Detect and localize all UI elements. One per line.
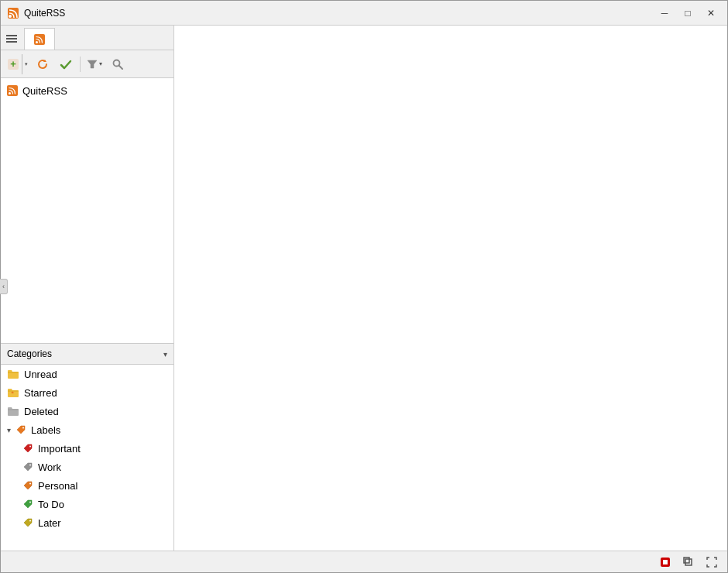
feed-label-quiterss: QuiteRSS [22, 85, 67, 97]
category-item-labels[interactable]: ▾ Labels [1, 420, 173, 439]
close-button[interactable]: ✕ [701, 3, 721, 23]
svg-rect-22 [684, 558, 689, 563]
check-icon [60, 58, 72, 70]
folder-starred-icon [7, 387, 19, 398]
main-area: + ▾ [1, 26, 727, 551]
svg-rect-10 [7, 85, 18, 96]
labels-icon [15, 424, 26, 435]
svg-point-15 [29, 465, 31, 466]
category-label-important: Important [38, 443, 81, 455]
category-item-later[interactable]: Later [1, 513, 173, 532]
feeds-tab[interactable] [24, 28, 55, 50]
label-personal-icon [22, 480, 33, 491]
folder-unread-icon [7, 369, 19, 379]
title-bar: QuiteRSS ─ □ ✕ [1, 1, 727, 26]
status-bar [1, 551, 727, 572]
category-label-deleted: Deleted [24, 406, 59, 417]
app-icon [7, 7, 19, 19]
category-item-work[interactable]: Work [1, 458, 173, 476]
label-later-icon [22, 517, 33, 528]
refresh-icon [36, 58, 49, 70]
labels-expand-arrow: ▾ [7, 426, 11, 434]
stop-icon [660, 557, 671, 568]
feed-item-quiterss[interactable]: QuiteRSS [1, 81, 173, 100]
filter-button[interactable]: ▾ [84, 53, 105, 75]
update-button[interactable] [32, 53, 53, 75]
svg-rect-21 [685, 559, 692, 565]
categories-collapse-icon: ▾ [163, 350, 167, 359]
categories-list[interactable]: Unread Starred [1, 365, 173, 551]
svg-point-11 [9, 92, 11, 94]
window-controls: ─ □ ✕ [654, 3, 721, 23]
filter-arrow: ▾ [99, 60, 102, 67]
minimize-button[interactable]: ─ [654, 3, 675, 23]
category-item-important[interactable]: Important [1, 439, 173, 458]
separator-1 [80, 57, 81, 72]
category-label-labels: Labels [31, 424, 60, 436]
svg-rect-2 [34, 34, 45, 45]
hamburger-icon [6, 35, 17, 43]
categories-header[interactable]: Categories ▾ [1, 343, 173, 365]
category-item-personal[interactable]: Personal [1, 476, 173, 495]
svg-rect-20 [663, 560, 668, 564]
menu-button[interactable] [1, 28, 22, 50]
svg-text:+: + [10, 58, 16, 70]
svg-point-17 [29, 502, 31, 503]
svg-point-13 [22, 427, 24, 429]
tab-bar [1, 26, 173, 50]
add-icon: + [7, 58, 19, 70]
svg-point-14 [29, 446, 31, 448]
svg-point-16 [29, 483, 31, 485]
category-label-starred: Starred [24, 387, 57, 399]
add-feed-button[interactable]: + [5, 54, 22, 74]
category-item-starred[interactable]: Starred [1, 383, 173, 402]
left-panel: + ▾ [1, 26, 174, 551]
category-label-personal: Personal [38, 480, 77, 492]
search-button[interactable] [107, 53, 129, 75]
collapse-panel-button[interactable]: ‹ [1, 279, 8, 294]
svg-point-3 [36, 41, 38, 43]
label-work-icon [22, 461, 33, 472]
feeds-toolbar: + ▾ [1, 50, 173, 78]
category-item-deleted[interactable]: Deleted [1, 402, 173, 420]
svg-point-18 [29, 520, 31, 522]
add-dropdown-arrow[interactable]: ▾ [22, 54, 29, 74]
rss-feed-icon [7, 85, 18, 96]
fullscreen-icon [706, 557, 717, 568]
label-todo-icon [22, 499, 33, 510]
svg-point-1 [9, 15, 12, 18]
filter-icon [87, 59, 98, 70]
label-important-icon [22, 443, 33, 454]
category-label-unread: Unread [24, 369, 57, 380]
svg-line-9 [119, 65, 123, 69]
category-item-unread[interactable]: Unread [1, 365, 173, 383]
fullscreen-button[interactable] [702, 554, 721, 571]
rss-tab-icon [34, 34, 45, 45]
search-icon [112, 58, 124, 70]
folder-deleted-icon [7, 406, 19, 417]
category-label-later: Later [38, 517, 61, 529]
window-title: QuiteRSS [24, 8, 654, 19]
category-label-work: Work [38, 461, 61, 473]
main-window: QuiteRSS ─ □ ✕ [0, 0, 728, 573]
mark-read-button[interactable] [55, 53, 77, 75]
category-item-todo[interactable]: To Do [1, 495, 173, 513]
category-label-todo: To Do [38, 499, 64, 510]
categories-title: Categories [7, 348, 163, 359]
right-panel [174, 26, 727, 551]
maximize-button[interactable]: □ [678, 3, 698, 23]
add-button-group[interactable]: + ▾ [4, 53, 30, 75]
restore-button[interactable] [679, 554, 698, 571]
restore-icon [683, 557, 694, 568]
feeds-tree[interactable]: QuiteRSS [1, 78, 173, 343]
stop-button[interactable] [656, 554, 675, 571]
svg-marker-7 [88, 60, 97, 68]
